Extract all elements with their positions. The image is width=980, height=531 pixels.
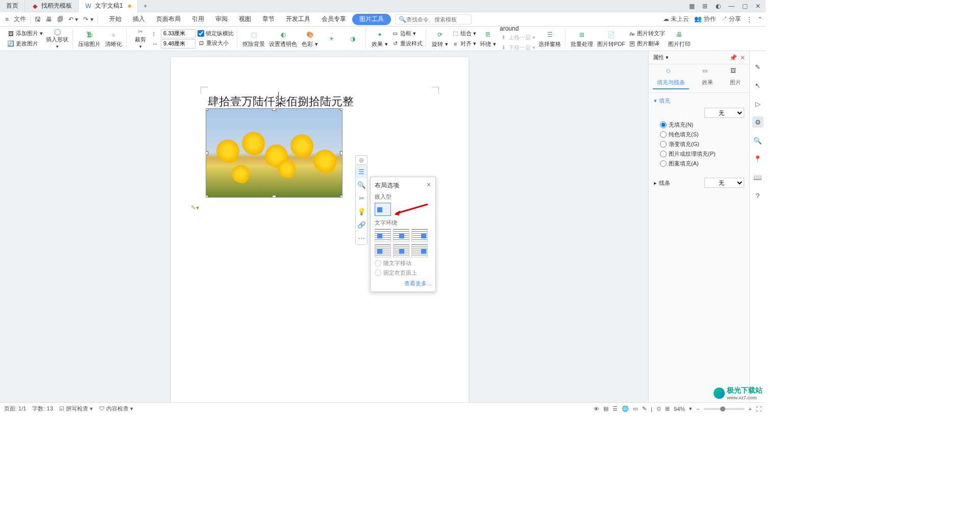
fill-section-header[interactable]: ▾ 填充 (654, 97, 744, 105)
tab-start[interactable]: 开始 (104, 14, 127, 25)
resize-handle[interactable] (272, 195, 276, 198)
prop-tab-picture[interactable]: 🖼图片 (726, 67, 745, 89)
tab-review[interactable]: 审阅 (210, 14, 233, 25)
eye-icon[interactable]: 👁 (594, 406, 599, 412)
find-icon[interactable]: 🔍 (752, 135, 764, 146)
pattern-fill-radio[interactable]: 图案填充(A) (654, 160, 744, 167)
view-read-icon[interactable]: ▭ (633, 405, 638, 412)
view-web-icon[interactable]: 🌐 (622, 405, 629, 412)
color-button[interactable]: 🎨色彩 ▾ (300, 29, 320, 49)
zoom-slider[interactable] (704, 408, 745, 410)
pin-icon[interactable]: 📌 (729, 54, 737, 61)
document-area[interactable]: 肆拾壹万陆仟柒佰捌拾陆元整 (0, 51, 648, 402)
fixed-position-radio[interactable]: 固定在页面上 (375, 269, 431, 277)
wrap-option[interactable] (411, 229, 428, 242)
settings-icon[interactable]: ⚙ (752, 116, 764, 128)
reset-size-button[interactable]: ⊡重设大小 (198, 38, 234, 47)
selection-pane-button[interactable]: ☰选择窗格 (537, 29, 562, 49)
more-icon[interactable]: ⋯ (356, 231, 367, 245)
zoom-out[interactable]: − (696, 406, 699, 412)
wrap-button[interactable]: 🖹环绕 ▾ (478, 29, 498, 49)
word-count[interactable]: 字数: 13 (32, 405, 53, 413)
spell-check[interactable]: ☑ 拼写检查 ▾ (59, 405, 93, 413)
popup-close-icon[interactable]: ✕ (426, 181, 431, 190)
zoom-icon[interactable]: 🔍 (356, 178, 367, 191)
pointer-icon[interactable]: ▷ (752, 98, 764, 109)
print-icon[interactable]: 🖶 (44, 14, 54, 25)
user-avatar-icon[interactable]: ◐ (714, 2, 723, 11)
effects-button[interactable]: ✦效果 ▾ (370, 29, 389, 49)
collapse-ribbon-icon[interactable]: ⌃ (757, 16, 763, 23)
tab-home[interactable]: 首页 (0, 0, 25, 12)
page-indicator[interactable]: 页面: 1/1 (4, 405, 26, 413)
resize-handle[interactable] (272, 108, 276, 111)
tab-insert[interactable]: 插入 (128, 14, 150, 25)
to-text-button[interactable]: 🗛图片转文字 (628, 29, 665, 38)
move-with-text-radio[interactable]: 随文字移动 (375, 259, 431, 267)
tab-picture-tools[interactable]: 图片工具 (352, 14, 391, 25)
content-check[interactable]: 🛡 内容检查 ▾ (99, 405, 133, 413)
tab-page-layout[interactable]: 页面布局 (151, 14, 186, 25)
help-icon[interactable]: ? (752, 190, 764, 201)
sharpen-button[interactable]: ⟐清晰化 (104, 29, 123, 49)
lock-ratio-checkbox[interactable]: 锁定纵横比 (198, 30, 234, 37)
translate-button[interactable]: 🈂图片翻译 (628, 39, 665, 49)
no-fill-radio[interactable]: 无填充(N) (654, 121, 744, 129)
tab-document[interactable]: W 文字文稿1 (79, 0, 138, 12)
brightness-icon[interactable]: ☀ (322, 29, 341, 49)
zoom-in[interactable]: + (749, 406, 752, 412)
share-button[interactable]: ↗ 分享 (721, 15, 741, 23)
prop-tab-effect[interactable]: ▭效果 (698, 67, 717, 89)
tab-reference[interactable]: 引用 (187, 14, 209, 25)
rotate-button[interactable]: ⟳旋转 ▾ (430, 29, 450, 49)
undo-icon[interactable]: ↶ ▾ (66, 14, 80, 25)
search-input[interactable] (406, 16, 468, 22)
style-icon[interactable]: ✎ (752, 61, 764, 73)
line-select[interactable]: 无 (704, 178, 744, 188)
width-input[interactable] (161, 39, 195, 49)
cloud-status[interactable]: ☁ 未上云 (663, 15, 689, 23)
document-text[interactable]: 肆拾壹万陆仟柒佰捌拾陆元整 (208, 94, 354, 109)
prop-tab-fill[interactable]: ◇填充与线条 (653, 67, 689, 89)
resize-handle[interactable] (340, 108, 342, 111)
wrap-option[interactable] (393, 244, 409, 257)
coop-button[interactable]: 👥 协作 (694, 15, 716, 23)
resize-handle[interactable] (340, 195, 342, 198)
grid-icon[interactable]: ⊞ (665, 405, 670, 412)
new-tab-button[interactable]: + (138, 3, 153, 10)
view-page-icon[interactable]: ▤ (603, 405, 608, 412)
print-pic-button[interactable]: 🖶图片打印 (667, 29, 692, 49)
remove-bg-button[interactable]: ⬚抠除背景 (241, 29, 266, 49)
move-up-button[interactable]: ⬆上移一层 ▾ (500, 33, 535, 42)
wrap-option[interactable] (375, 229, 391, 242)
tab-templates[interactable]: ◆ 找稻壳模板 (25, 0, 79, 12)
select-icon[interactable]: ↖ (752, 80, 764, 91)
close-button[interactable]: ✕ (753, 2, 763, 11)
ruler-icon[interactable]: ✎ (642, 405, 647, 412)
resize-handle[interactable] (340, 151, 342, 155)
view-outline-icon[interactable]: ☰ (612, 405, 618, 412)
fit-icon[interactable]: ⊙ (656, 405, 661, 412)
link-icon[interactable]: 🔗 (356, 218, 367, 231)
layout-grid-icon[interactable]: ▦ (687, 2, 696, 11)
command-search[interactable]: 🔍 (395, 14, 472, 25)
zoom-value[interactable]: 94% (674, 406, 685, 412)
view-more-link[interactable]: 查看更多... (375, 280, 431, 287)
tab-member[interactable]: 会员专享 (316, 14, 351, 25)
batch-button[interactable]: ⊞批量处理 (570, 29, 594, 49)
tab-dev[interactable]: 开发工具 (281, 14, 315, 25)
crop-button[interactable]: ✂裁剪▾ (131, 29, 150, 49)
border-button[interactable]: ▭边框 ▾ (391, 29, 423, 38)
gradient-fill-radio[interactable]: 渐变填充(G) (654, 140, 744, 148)
line-section-header[interactable]: ▸ 线条 (654, 179, 670, 187)
hamburger-icon[interactable]: ≡ (3, 14, 11, 25)
maximize-button[interactable]: ▢ (740, 2, 749, 11)
fullscreen-icon[interactable]: ⛶ (756, 406, 762, 412)
layout-inline-option[interactable] (375, 203, 391, 216)
change-picture-button[interactable]: 🔄更改图片 (7, 39, 43, 49)
wrap-option[interactable] (393, 229, 409, 242)
height-input[interactable] (161, 29, 195, 38)
apps-icon[interactable]: ⊞ (700, 2, 709, 11)
reset-style-button[interactable]: ↺重设样式 (391, 39, 423, 49)
picture-fill-radio[interactable]: 图片或纹理填充(P) (654, 150, 744, 158)
